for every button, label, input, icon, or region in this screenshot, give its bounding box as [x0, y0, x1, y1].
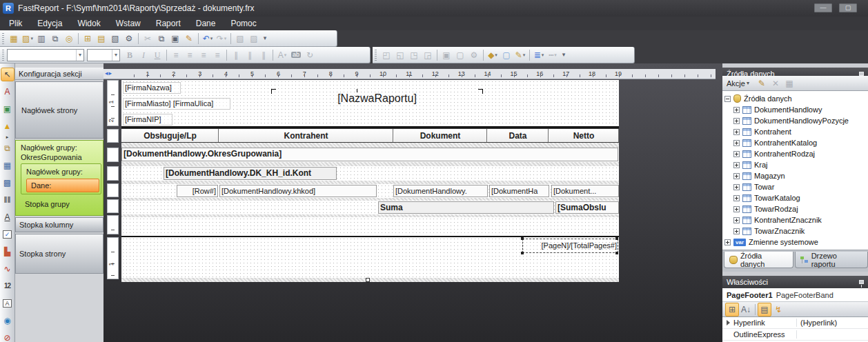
menu-item[interactable]: Raport [148, 17, 188, 30]
categorized-icon[interactable]: ⊞ [725, 303, 739, 316]
column-header-cell[interactable]: Dokument [393, 129, 487, 142]
border-right-icon[interactable]: ◲ [421, 48, 435, 62]
border-top-icon[interactable]: ◰ [379, 48, 393, 62]
menu-item[interactable]: Pomoc [223, 17, 264, 30]
field-suma-obsluguje[interactable]: [SumaObslu [555, 201, 619, 214]
valign-bottom-icon[interactable]: ∥ [257, 48, 270, 62]
sort-az-icon[interactable]: A↓ [739, 303, 753, 316]
expand-icon[interactable] [733, 217, 740, 223]
tree-root[interactable]: Źródła danych [722, 93, 868, 104]
tree-item-table[interactable]: Kontrahent [722, 126, 868, 137]
expand-icon[interactable] [733, 118, 740, 124]
copy-page-icon[interactable]: ⧉ [48, 32, 62, 46]
group-header-band-1[interactable]: [DokumentHandlowy.OkresGrupowania] [121, 148, 619, 162]
column-header-band[interactable]: Obsługuje/Lp Kontrahent Dokument Data Ne… [121, 128, 619, 143]
band-page-header[interactable]: Nagłówek strony [15, 81, 103, 139]
selection-handle[interactable] [521, 252, 524, 254]
tree-item-table[interactable]: DokumentHandlowy [722, 104, 868, 115]
band-page-footer[interactable]: Stopka strony [15, 234, 103, 274]
band-data[interactable]: Dane: [26, 179, 99, 192]
redo-icon[interactable]: ↷ [215, 32, 228, 46]
page-header-band[interactable]: [FirmaNazwa] [FirmaMiasto] [FirmaUlica] … [121, 80, 619, 126]
field-row-number[interactable]: [Row#] [177, 185, 218, 197]
view-data-icon[interactable]: ▦ [782, 77, 796, 90]
page-footer-band[interactable]: [PageN]/[TotalPages#] [121, 237, 619, 278]
selection-handle[interactable] [615, 252, 618, 254]
expand-icon[interactable] [733, 107, 740, 113]
data-band[interactable]: [Row#] [DokumentHandlowy.khkod] [Dokumen… [121, 184, 619, 198]
OutlineExpress[interactable]: OutlineExpress [722, 329, 868, 341]
underline-icon[interactable]: U [150, 48, 164, 62]
toolbar-grip[interactable] [2, 50, 4, 61]
font-color-icon[interactable]: A [275, 48, 289, 62]
line-chart-object-icon[interactable]: ∿ [1, 262, 14, 276]
paste-icon[interactable]: ▣ [168, 32, 182, 46]
maximize-button[interactable]: ▢ [839, 3, 857, 12]
page-number-object-icon[interactable]: 12 [1, 279, 14, 293]
options-wrench-icon[interactable]: ⚙ [122, 32, 136, 46]
pin-icon[interactable] [859, 280, 864, 284]
new-page-icon[interactable]: ⊞ [81, 32, 95, 46]
expand-icon[interactable] [733, 184, 740, 190]
pen-icon[interactable]: ✎ [513, 48, 527, 62]
field-suma-label[interactable]: Suma [378, 201, 554, 214]
collapse-sections-icon[interactable]: ◂▸ [105, 70, 112, 77]
border-none-icon[interactable]: ▢ [453, 48, 467, 62]
tree-item-variables[interactable]: var Zmienne systemowe [722, 237, 868, 248]
matrix-object-icon[interactable]: ▩ [1, 176, 14, 190]
band-group-header-outer[interactable]: Nagłówek grupy: OkresGrupowania Nagłówek… [15, 140, 103, 216]
column-header-cell[interactable]: Obsługuje/Lp [121, 129, 219, 142]
bold-icon[interactable]: B [123, 48, 137, 62]
field-nazwa-raportu[interactable]: [NazwaRaportu] [271, 90, 483, 108]
italic-icon[interactable]: I [137, 48, 150, 62]
menu-item[interactable]: Plik [1, 17, 30, 30]
map-object-icon[interactable]: ◉ [1, 314, 14, 328]
expand-icon[interactable] [733, 206, 740, 212]
tree-item-table[interactable]: Magazyn [722, 170, 868, 181]
band-separator[interactable] [121, 143, 619, 148]
title-bar[interactable]: R FastReport - F:\Symf\hm2014\Raporty\Sp… [0, 0, 868, 17]
properties-view-icon[interactable]: ▤ [758, 303, 771, 316]
group-header-band-2[interactable]: [DokumentHandlowy.DK_KH_id.Kont [121, 166, 619, 181]
fill-color-icon[interactable]: ◆ [486, 48, 500, 62]
Hyperlink[interactable]: Hyperlink (Hyperlink) [722, 317, 868, 329]
ungroup-icon[interactable]: ▨ [247, 32, 261, 46]
align-center-icon[interactable]: ≡ [183, 48, 197, 62]
align-justify-icon[interactable]: ≡ [210, 48, 224, 62]
copy-icon[interactable]: ⧉ [155, 32, 168, 46]
expand-icon[interactable] [733, 151, 740, 157]
tree-item-table[interactable]: TowarKatalog [722, 192, 868, 203]
selection-handle[interactable] [521, 237, 524, 240]
highlight-icon[interactable]: ab [289, 48, 303, 62]
expand-icon[interactable] [733, 162, 740, 168]
cut-icon[interactable]: ✂ [141, 32, 155, 46]
border-settings-icon[interactable]: ⚙ [467, 48, 481, 62]
undo-icon[interactable]: ↶ [201, 32, 215, 46]
field-data[interactable]: [DokumentHa [489, 185, 549, 197]
expand-icon[interactable] [733, 195, 740, 201]
page-settings-icon[interactable]: ▧ [108, 32, 122, 46]
band-group-footer[interactable]: Stopka grupy [21, 194, 101, 212]
new-data-page-icon[interactable]: ▤ [95, 32, 108, 46]
more-shapes-icon[interactable]: ▸ [1, 134, 14, 139]
events-icon[interactable]: ↯ [771, 303, 785, 316]
chart-object-icon[interactable]: ▙ [1, 245, 14, 259]
border-bottom-icon[interactable]: ◱ [393, 48, 407, 62]
valign-middle-icon[interactable]: ∥ [243, 48, 257, 62]
border-left-icon[interactable]: ◳ [407, 48, 421, 62]
fill-style-icon[interactable]: ▢ [500, 48, 513, 62]
minimize-button[interactable]: — [814, 3, 832, 12]
tree-item-table[interactable]: Towar [722, 181, 868, 192]
tree-item-table[interactable]: Kraj [722, 159, 868, 170]
tree-item-table[interactable]: TowarZnacznik [722, 225, 868, 237]
new-report-icon[interactable]: ▦ [7, 32, 21, 46]
menu-item[interactable]: Dane [188, 17, 224, 30]
band-column-footer[interactable]: Stopka kolumny [15, 217, 103, 232]
menu-item[interactable]: Widok [70, 17, 108, 30]
delete-datasource-icon[interactable]: ✕ [769, 77, 782, 90]
toolbar-overflow-icon[interactable]: ▾ [261, 32, 269, 46]
expand-icon[interactable] [733, 129, 740, 135]
field-firma-nip[interactable]: [FirmaNIP] [123, 114, 172, 125]
field-khkod[interactable]: [DokumentHandlowy.khkod] [219, 185, 377, 197]
actions-menu[interactable]: Akcje [727, 79, 745, 88]
